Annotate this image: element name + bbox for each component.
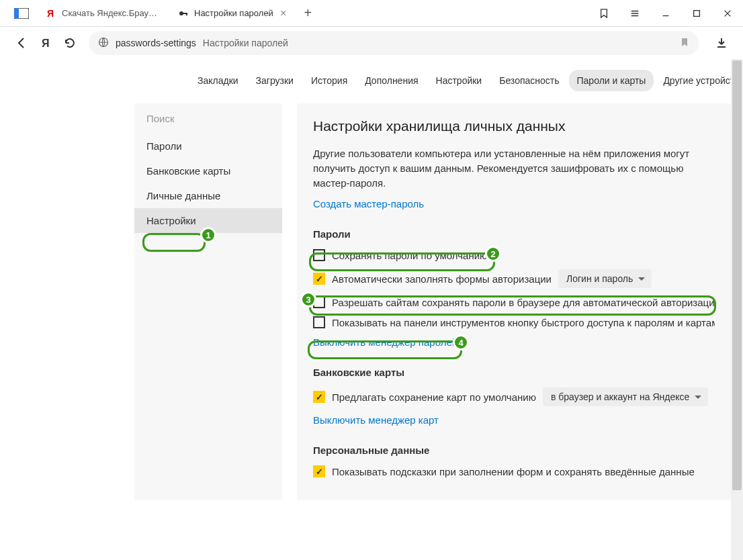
storage-description: Другие пользователи компьютера или устан…	[313, 146, 715, 190]
label-autofill-forms: Автоматически заполнять формы авторизаци…	[332, 273, 552, 285]
bookmark-icon[interactable]	[680, 38, 689, 49]
label-show-hints: Показывать подсказки при заполнении форм…	[332, 466, 695, 477]
page-title: Настройки хранилища личных данных	[313, 118, 715, 134]
main-panel: Настройки хранилища личных данных Другие…	[297, 103, 731, 500]
svg-rect-6	[694, 11, 700, 17]
section-passwords-title: Пароли	[313, 228, 715, 240]
label-toolbar-button: Показывать на панели инструментов кнопку…	[332, 317, 715, 328]
settings-topnav: Закладки Загрузки История Дополнения Нас…	[0, 59, 743, 91]
checkbox-save-passwords[interactable]	[313, 249, 325, 261]
svg-text:Я: Я	[42, 38, 50, 49]
topnav-security[interactable]: Безопасность	[491, 70, 567, 91]
select-autofill-mode[interactable]: Логин и пароль	[558, 269, 652, 288]
tab-yandex-download[interactable]: Я Скачать Яндекс.Браузер д	[38, 2, 169, 25]
topnav-addons[interactable]: Дополнения	[357, 70, 426, 91]
topnav-downloads[interactable]: Загрузки	[248, 70, 302, 91]
bookmark-menu-icon[interactable]	[588, 0, 619, 27]
topnav-history[interactable]: История	[303, 70, 355, 91]
sidebar-item-passwords[interactable]: Пароли	[134, 134, 282, 158]
checkbox-autofill-forms[interactable]	[313, 273, 325, 285]
maximize-icon[interactable]	[681, 0, 712, 27]
topnav-bookmarks[interactable]: Закладки	[189, 70, 247, 91]
panels-toggle-icon[interactable]	[12, 5, 31, 21]
sidebar-item-cards[interactable]: Банковские карты	[134, 158, 282, 183]
tab-title: Настройки паролей	[194, 8, 273, 18]
label-save-passwords: Сохранять пароли по умолчанию	[332, 250, 487, 261]
minimize-icon[interactable]	[650, 0, 681, 27]
checkbox-toolbar-button[interactable]	[313, 316, 325, 328]
close-icon[interactable]: ×	[280, 7, 286, 19]
yandex-y-icon: Я	[46, 8, 56, 19]
label-save-cards: Предлагать сохранение карт по умолчанию	[332, 391, 536, 403]
topnav-other-devices[interactable]: Другие устройства	[655, 70, 743, 91]
disable-card-manager-link[interactable]: Выключить менеджер карт	[313, 414, 439, 426]
url-path: passwords-settings	[116, 38, 196, 48]
url-title: Настройки паролей	[203, 38, 288, 48]
downloads-icon[interactable]	[709, 31, 734, 55]
scrollbar-thumb[interactable]	[732, 60, 742, 490]
address-bar[interactable]: passwords-settings Настройки паролей	[89, 31, 699, 55]
new-tab-button[interactable]: +	[298, 4, 317, 23]
svg-rect-1	[14, 8, 19, 19]
back-icon[interactable]	[9, 31, 34, 55]
sidebar-item-settings[interactable]: Настройки	[134, 208, 282, 233]
disable-password-manager-link[interactable]: Выключить менеджер паролей	[313, 336, 457, 348]
passwords-icon	[178, 8, 189, 19]
yandex-home-icon[interactable]: Я	[34, 31, 58, 55]
sidebar-search[interactable]: Поиск	[134, 103, 282, 134]
hamburger-menu-icon[interactable]	[619, 0, 650, 27]
tab-title: Скачать Яндекс.Браузер д	[62, 8, 161, 18]
checkbox-allow-sites-save[interactable]	[313, 296, 325, 308]
checkbox-show-hints[interactable]	[313, 465, 325, 477]
sidebar: Поиск Пароли Банковские карты Личные дан…	[134, 103, 282, 500]
section-cards-title: Банковские карты	[313, 367, 715, 378]
topnav-passwords-cards[interactable]: Пароли и карты	[569, 70, 654, 91]
create-master-password-link[interactable]: Создать мастер-пароль	[313, 198, 424, 209]
sidebar-item-personal[interactable]: Личные данные	[134, 183, 282, 208]
tab-password-settings[interactable]: Настройки паролей ×	[170, 2, 294, 25]
reload-icon[interactable]	[58, 31, 82, 55]
checkbox-save-cards[interactable]	[313, 391, 325, 403]
section-personal-title: Персональные данные	[313, 445, 715, 456]
globe-icon	[98, 37, 109, 50]
svg-rect-5	[186, 13, 187, 15]
select-save-cards-location[interactable]: в браузер и аккаунт на Яндексе	[543, 387, 708, 406]
scrollbar-vertical[interactable]	[731, 59, 743, 560]
svg-text:Я: Я	[47, 8, 54, 19]
topnav-settings[interactable]: Настройки	[428, 70, 490, 91]
close-window-icon[interactable]	[712, 0, 743, 27]
label-allow-sites-save: Разрешать сайтам сохранять пароли в брау…	[332, 297, 715, 308]
